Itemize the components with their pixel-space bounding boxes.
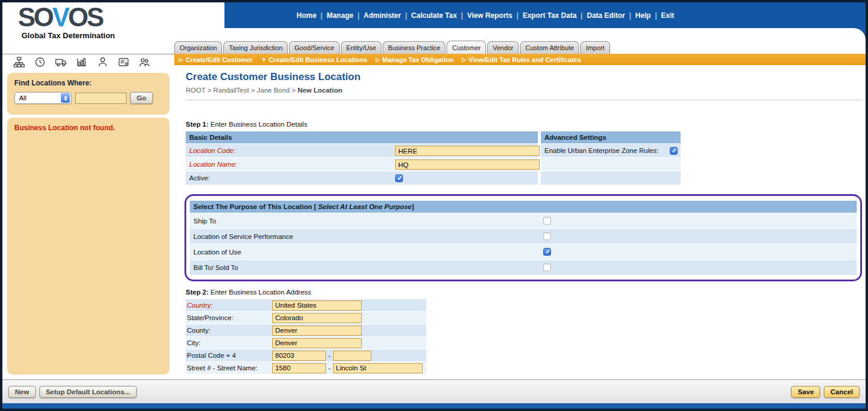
postal-code-input[interactable] — [272, 351, 326, 361]
results-panel: Business Location not found. — [7, 118, 170, 375]
state-province-label: State/Province: — [187, 314, 272, 321]
purpose-row-ship-to: Ship To — [190, 213, 857, 228]
separator-dash: - — [328, 352, 331, 359]
nav-view-reports[interactable]: View Reports — [467, 11, 512, 20]
purpose-table: Select The Purpose of This Location [ Se… — [190, 201, 857, 275]
breadcrumb-path: ROOT > RandallTest > Jane Bond > — [186, 87, 296, 94]
location-name-input[interactable] — [395, 160, 540, 170]
cancel-button[interactable]: Cancel — [824, 386, 860, 398]
location-of-use-checkbox[interactable] — [543, 248, 551, 256]
nav-exit[interactable]: Exit — [661, 11, 674, 20]
nav-manage[interactable]: Manage — [327, 11, 353, 20]
field-row-state-province: State/Province: — [186, 311, 426, 324]
field-row-active: Active: — [186, 171, 538, 185]
logo-text-part: SO — [18, 2, 53, 32]
field-row-location-name: Location Name: — [186, 157, 538, 171]
location-search-input[interactable] — [75, 93, 127, 104]
workflow-step-manage-tax-obligation[interactable]: ▷Manage Tax Obligation — [375, 56, 454, 63]
active-label: Active: — [189, 174, 395, 182]
empty-row — [541, 171, 681, 185]
org-chart-icon[interactable] — [13, 56, 25, 68]
field-row-country: Country: — [186, 299, 426, 311]
nav-help[interactable]: Help — [635, 11, 651, 20]
tab-business-practice[interactable]: Business Practice — [383, 41, 445, 54]
tab-custom-attribute[interactable]: Custom Attribute — [520, 41, 579, 54]
workflow-step-label: Create/Edit Business Locations — [269, 56, 367, 63]
nav-export-tax-data[interactable]: Export Tax Data — [522, 11, 576, 20]
postal-code-plus4-input[interactable] — [333, 351, 371, 361]
nav-administer[interactable]: Administer — [364, 11, 401, 20]
step1-label: Step 1: — [186, 121, 208, 128]
address-table: Country: State/Province: County: City: — [186, 299, 426, 374]
main-area: ▷Create/Edit Customer ▼Create/Edit Busin… — [174, 54, 866, 379]
ship-to-label: Ship To — [193, 217, 216, 225]
module-tabs: Organization Taxing Jurisdiction Good/Se… — [174, 38, 611, 54]
workflow-step-label: View/Edit Tax Rules and Certificates — [469, 56, 581, 63]
tab-entity-use[interactable]: Entity/Use — [341, 41, 381, 54]
service-performance-checkbox[interactable] — [543, 232, 551, 240]
workflow-step-label: Manage Tax Obligation — [382, 56, 454, 63]
active-checkbox[interactable] — [395, 174, 403, 182]
footer-bar: New Setup Default Locations... Save Canc… — [2, 379, 866, 403]
people-icon[interactable] — [138, 56, 150, 68]
county-input[interactable] — [272, 326, 362, 336]
breadcrumb: ROOT > RandallTest > Jane Bond > New Loc… — [186, 87, 862, 100]
bill-to-sold-to-checkbox[interactable] — [543, 263, 551, 271]
advanced-settings-table: Advanced Settings Enable Urban Enterpris… — [541, 131, 681, 185]
nav-separator: | — [516, 11, 518, 20]
bar-chart-icon[interactable] — [76, 56, 88, 68]
street-number-input[interactable] — [272, 363, 326, 373]
setup-default-locations-button[interactable]: Setup Default Locations... — [39, 386, 137, 398]
field-row-postal-code: Postal Code + 4 - — [186, 349, 426, 361]
country-label: Country: — [187, 302, 272, 309]
new-button[interactable]: New — [8, 386, 36, 398]
app-window: SOVOS Global Tax Determination Home | Ma… — [0, 0, 868, 411]
step2-label: Step 2: — [186, 289, 208, 296]
logo-text-part: OS — [68, 2, 103, 32]
nav-separator: | — [629, 11, 631, 20]
find-locations-panel: Find Locations Where: All Go — [7, 73, 170, 115]
location-filter-select[interactable]: All — [14, 92, 72, 104]
tab-customer[interactable]: Customer — [447, 41, 486, 54]
country-input[interactable] — [272, 300, 362, 311]
tab-organization[interactable]: Organization — [174, 41, 222, 54]
page-title: Create Customer Business Location — [186, 71, 862, 83]
nav-home[interactable]: Home — [297, 11, 316, 20]
purpose-header-text: Select The Purpose of This Location [ — [193, 203, 318, 210]
nav-calculate-tax[interactable]: Calculate Tax — [411, 11, 457, 20]
tab-good-service[interactable]: Good/Service — [289, 41, 340, 54]
tab-import[interactable]: Import — [580, 41, 610, 54]
state-province-input[interactable] — [272, 313, 362, 323]
body: Find Locations Where: All Go Business Lo… — [2, 54, 866, 379]
workflow-step-label: Create/Edit Customer — [186, 56, 253, 63]
bill-to-sold-to-label: Bill To/ Sold To — [193, 264, 238, 271]
certificate-icon[interactable] — [118, 56, 130, 68]
uez-rules-checkbox[interactable] — [670, 147, 678, 155]
purpose-header-emphasis: Select At Least One Purpose — [318, 203, 412, 210]
save-button[interactable]: Save — [791, 386, 820, 398]
city-input[interactable] — [272, 338, 362, 348]
workflow-step-create-edit-business-locations[interactable]: ▼Create/Edit Business Locations — [261, 56, 367, 63]
city-label: City: — [187, 339, 272, 346]
ship-to-checkbox[interactable] — [543, 217, 551, 225]
location-code-input[interactable] — [395, 146, 540, 156]
workflow-step-create-edit-customer[interactable]: ▷Create/Edit Customer — [179, 56, 253, 63]
clock-icon[interactable] — [34, 56, 46, 68]
go-button[interactable]: Go — [130, 92, 153, 104]
workflow-step-view-edit-tax-rules[interactable]: ▷View/Edit Tax Rules and Certificates — [462, 56, 581, 63]
basic-details-table: Basic Details Location Code: Location Na… — [186, 131, 538, 185]
sidebar-icon-toolbar — [2, 54, 174, 70]
uez-rules-label: Enable Urban Enterprise Zone Rules: — [544, 147, 658, 154]
sovos-logo: SOVOS — [18, 4, 115, 31]
truck-icon[interactable] — [55, 56, 67, 68]
purpose-row-location-of-use: Location of Use — [190, 244, 857, 259]
street-name-input[interactable] — [333, 363, 423, 373]
nav-data-editor[interactable]: Data Editor — [587, 11, 625, 20]
find-controls: All Go — [14, 92, 162, 104]
find-locations-label: Find Locations Where: — [14, 79, 162, 87]
tab-vendor[interactable]: Vendor — [487, 41, 519, 54]
top-navigation: Home | Manage | Administer | Calculate T… — [224, 2, 866, 28]
bottom-blue-strip — [2, 403, 866, 409]
tab-taxing-jurisdiction[interactable]: Taxing Jurisdiction — [223, 41, 288, 54]
person-icon[interactable] — [97, 56, 109, 68]
